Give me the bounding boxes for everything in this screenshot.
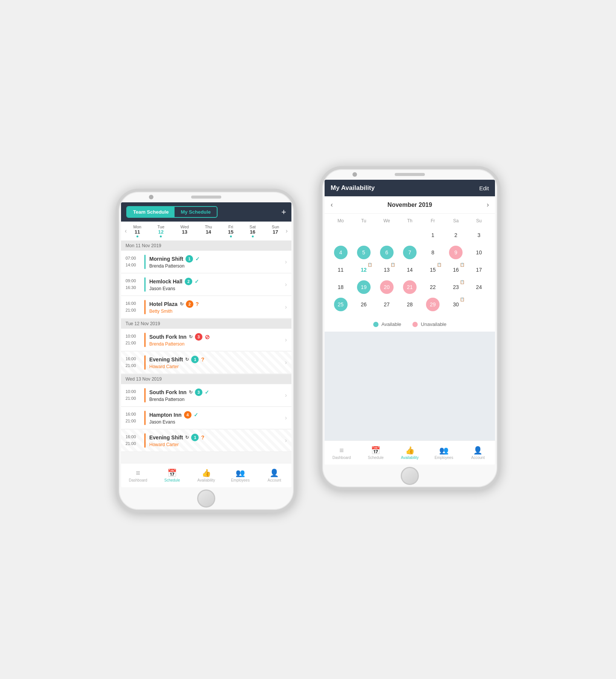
day-sun: Sun 17 xyxy=(272,225,279,237)
day-sat: Sat 16 xyxy=(250,225,256,237)
cal-cell-3[interactable]: 3 xyxy=(467,227,490,243)
cal-cell-14[interactable]: 14 xyxy=(398,262,421,278)
nav-dashboard-r[interactable]: ≡ Dashboard xyxy=(325,446,359,460)
nav-account[interactable]: 👤 Account xyxy=(257,468,291,482)
cal-row-5: 25 26 27 28 29 📋 30 xyxy=(329,297,490,312)
cal-cell-9[interactable]: 9 xyxy=(444,245,467,260)
cal-cell-21[interactable]: 21 xyxy=(398,279,421,295)
day-dot xyxy=(230,236,232,237)
cal-day-tu: Tu xyxy=(352,217,375,225)
divider xyxy=(144,411,146,425)
cal-cell-1[interactable]: 1 xyxy=(421,227,444,243)
cal-cell-11[interactable]: 11 xyxy=(329,262,352,278)
home-button[interactable] xyxy=(401,467,419,485)
shift-evening-wed[interactable]: 16:0021:00 Evening Shift ↻ 1 ? Howard Ca… xyxy=(121,430,291,452)
shift-name: Evening Shift xyxy=(149,434,183,440)
schedule-body: Mon 11 Nov 2019 07:0014:00 Morning Shift… xyxy=(121,241,291,463)
cal-cell xyxy=(352,227,375,243)
divider xyxy=(144,388,146,402)
shift-hampton-inn[interactable]: 16:0021:00 Hampton Inn 4 ✓ Jason Evans › xyxy=(121,407,291,429)
check-icon: ✓ xyxy=(195,256,200,262)
nav-availability-r[interactable]: 👍 Availability xyxy=(393,446,427,460)
shift-morning[interactable]: 07:0014:00 Morning Shift 1 ✓ Brenda Patt… xyxy=(121,251,291,273)
divider xyxy=(144,255,146,269)
nav-label: Employees xyxy=(435,456,453,460)
cal-cell-20[interactable]: 20 xyxy=(375,279,398,295)
cal-cell-23[interactable]: 📋 23 xyxy=(444,279,467,295)
nav-label: Availability xyxy=(401,456,418,460)
nav-label: Employees xyxy=(231,478,250,482)
legend-unavailable: Unavailable xyxy=(412,321,446,327)
next-week-button[interactable]: › xyxy=(286,228,288,234)
shift-southfork-tue[interactable]: 10:0021:00 South Fork Inn ↻ 3 ⊘ Brenda P… xyxy=(121,329,291,351)
shift-evening-tue[interactable]: 16:0021:00 Evening Shift ↻ 1 ? Howard Ca… xyxy=(121,352,291,374)
next-month-button[interactable]: › xyxy=(487,201,489,209)
refresh-icon: ↻ xyxy=(180,301,184,307)
nav-dashboard[interactable]: ≡ Dashboard xyxy=(121,469,155,482)
calendar-icon: 📋 xyxy=(460,263,464,267)
divider xyxy=(144,355,146,370)
nav-schedule[interactable]: 📅 Schedule xyxy=(155,468,189,482)
add-button[interactable]: + xyxy=(281,207,286,217)
cal-cell-6[interactable]: 6 xyxy=(375,245,398,260)
cal-cell-29[interactable]: 29 xyxy=(421,297,444,312)
cal-cell-27[interactable]: 27 xyxy=(375,297,398,312)
date-header-wed: Wed 13 Nov 2019 xyxy=(121,374,291,384)
shift-southfork-wed[interactable]: 10:0021:00 South Fork Inn ↻ 3 ✓ Brenda P… xyxy=(121,384,291,407)
cal-cell-19[interactable]: 19 xyxy=(352,279,375,295)
team-schedule-tab[interactable]: Team Schedule xyxy=(127,207,175,217)
cal-cell-24[interactable]: 24 xyxy=(467,279,490,295)
cal-cell-26[interactable]: 26 xyxy=(352,297,375,312)
prev-month-button[interactable]: ‹ xyxy=(331,201,333,209)
cal-cell-10[interactable]: 10 xyxy=(467,245,490,260)
cal-cell-28[interactable]: 28 xyxy=(398,297,421,312)
avail-header: My Availability Edit xyxy=(325,180,495,196)
week-days: Mon 11 Tue 12 Wed 13 Th xyxy=(127,225,285,237)
nav-employees-r[interactable]: 👥 Employees xyxy=(427,446,461,460)
cal-cell-17[interactable]: 17 xyxy=(467,262,490,278)
cal-cell-30[interactable]: 📋 30 xyxy=(444,297,467,312)
cal-cell-8[interactable]: 8 xyxy=(421,245,444,260)
my-schedule-tab[interactable]: My Schedule xyxy=(175,207,216,217)
cal-cell-7[interactable]: 7 xyxy=(398,245,421,260)
cal-cell-16[interactable]: 📋 16 xyxy=(444,262,467,278)
divider xyxy=(144,300,146,314)
shift-employee: Brenda Patterson xyxy=(149,397,285,402)
shift-hemlock[interactable]: 09:0016:30 Hemlock Hall 2 ✓ Jason Evans … xyxy=(121,274,291,296)
cal-cell-15[interactable]: 📋 15 xyxy=(421,262,444,278)
schedule-icon: 📅 xyxy=(371,446,380,455)
cal-cell-25[interactable]: 25 xyxy=(329,297,352,312)
speaker xyxy=(395,173,425,176)
nav-label: Schedule xyxy=(164,478,180,482)
nav-employees[interactable]: 👥 Employees xyxy=(223,468,257,482)
badge: 1 xyxy=(191,434,199,441)
schedule-icon: 📅 xyxy=(167,468,177,477)
cal-cell-13[interactable]: 📋 13 xyxy=(375,262,398,278)
nav-account-r[interactable]: 👤 Account xyxy=(461,446,495,460)
cal-cell-2[interactable]: 2 xyxy=(444,227,467,243)
cal-cell-22[interactable]: 22 xyxy=(421,279,444,295)
cal-cell-5[interactable]: 5 xyxy=(352,245,375,260)
cal-cell-4[interactable]: 4 xyxy=(329,245,352,260)
badge: 3 xyxy=(195,333,202,341)
edit-button[interactable]: Edit xyxy=(479,185,489,191)
shift-employee: Jason Evans xyxy=(149,419,285,425)
cal-cell-12[interactable]: 📋 12 xyxy=(352,262,375,278)
cal-cell-18[interactable]: 18 xyxy=(329,279,352,295)
question-icon: ? xyxy=(201,434,204,440)
left-screen: Team Schedule My Schedule + ‹ Mon 11 Tue xyxy=(121,202,291,487)
employees-icon: 👥 xyxy=(236,468,245,477)
home-button[interactable] xyxy=(197,489,215,508)
day-dot xyxy=(252,236,254,237)
cal-cell xyxy=(329,227,352,243)
schedule-header: Team Schedule My Schedule + xyxy=(121,202,291,222)
day-fri: Fri 15 xyxy=(228,225,233,237)
shift-hotel-plaza[interactable]: 16:0021:00 Hotel Plaza ↻ 2 ? Betty Smith… xyxy=(121,296,291,318)
nav-label: Dashboard xyxy=(333,456,351,460)
cal-nav: ‹ November 2019 › xyxy=(325,196,495,214)
chevron-right-icon: › xyxy=(285,336,287,343)
left-phone-bottom xyxy=(119,487,294,510)
nav-schedule-r[interactable]: 📅 Schedule xyxy=(359,446,392,460)
account-icon: 👤 xyxy=(473,446,483,455)
nav-availability[interactable]: 👍 Availability xyxy=(189,468,223,482)
